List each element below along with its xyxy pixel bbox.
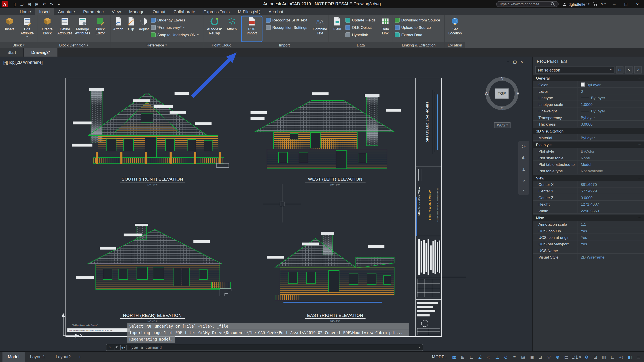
plot-icon[interactable]: ⊞: [33, 1, 40, 7]
toggle-pickadd-button[interactable]: ⊞: [616, 66, 624, 73]
property-row[interactable]: Height1271.4037: [533, 201, 644, 207]
property-row[interactable]: UCS icon OnYes: [533, 228, 644, 234]
collapse-icon[interactable]: −: [638, 176, 641, 180]
steering-wheel-icon[interactable]: ◎: [522, 144, 526, 149]
compass-east[interactable]: E: [516, 91, 519, 96]
transparency-icon[interactable]: ▨: [519, 353, 527, 361]
block-editor-button[interactable]: Block Editor: [92, 16, 108, 41]
property-row[interactable]: UCS Name: [533, 247, 644, 254]
viewport-close-icon[interactable]: ×: [520, 59, 523, 64]
signin-control[interactable]: dgladfelter ▾: [562, 1, 590, 7]
extract-data-button[interactable]: Extract Data: [395, 31, 444, 38]
property-row[interactable]: Center Z0.0000: [533, 194, 644, 201]
attach-button[interactable]: Attach: [112, 16, 124, 41]
panel-label-import[interactable]: Import: [240, 42, 328, 48]
redo-icon[interactable]: ↷: [48, 1, 55, 7]
panel-label-block[interactable]: Block▾: [0, 42, 37, 48]
workspace-gear-icon[interactable]: ⚙: [583, 353, 590, 361]
viewport-restore-icon[interactable]: ▢: [513, 59, 517, 64]
property-row[interactable]: Width2290.5563: [533, 207, 644, 214]
manage-attributes-button[interactable]: Manage Attributes: [74, 16, 90, 41]
quick-properties-icon[interactable]: ▥: [600, 353, 608, 361]
ribbon-tab[interactable]: M-Files (M:): [234, 8, 264, 15]
search-icon[interactable]: [550, 1, 556, 7]
compass-west[interactable]: W: [484, 91, 488, 96]
ribbon-tab[interactable]: Insert: [35, 8, 54, 15]
property-row[interactable]: Center Y577.4929: [533, 187, 644, 194]
define-attributes-button[interactable]: Define Attributes: [56, 16, 73, 41]
insert-button[interactable]: Insert: [2, 16, 16, 41]
property-row[interactable]: Plot styleByColor: [533, 148, 644, 154]
property-row[interactable]: Linetype scale1.0000: [533, 101, 644, 107]
selection-filter-icon[interactable]: ▽: [545, 353, 553, 361]
quick-select-button[interactable]: ▽: [634, 66, 642, 73]
adjust-button[interactable]: Adjust: [138, 16, 150, 41]
polar-tracking-icon[interactable]: ∠: [476, 353, 484, 361]
section-header-misc[interactable]: Misc−: [533, 215, 644, 221]
maximize-button[interactable]: □: [620, 0, 632, 8]
new-layout-button[interactable]: +: [76, 355, 84, 359]
property-row[interactable]: UCS per viewportYes: [533, 240, 644, 247]
collapse-icon[interactable]: −: [638, 142, 641, 147]
lock-ui-icon[interactable]: □: [609, 353, 616, 361]
pdf-import-button[interactable]: PDF Import: [243, 16, 261, 41]
file-tab[interactable]: Start: [0, 48, 24, 57]
close-button[interactable]: ×: [632, 0, 643, 8]
property-row[interactable]: Plot style tableNone: [533, 154, 644, 161]
ribbon-tab[interactable]: Output: [148, 8, 170, 15]
snap-mode-icon[interactable]: ⊞: [459, 353, 467, 361]
data-link-button[interactable]: Data Link: [378, 16, 392, 41]
property-row[interactable]: ColorByLayer: [533, 81, 644, 88]
ribbon-tab[interactable]: Express Tools: [199, 8, 234, 15]
annotation-monitor-icon[interactable]: ⊡: [592, 353, 599, 361]
command-input[interactable]: [129, 345, 416, 350]
search-input[interactable]: [499, 2, 548, 6]
new-file-icon[interactable]: ▯: [11, 1, 18, 7]
grid-icon[interactable]: ▦: [450, 353, 458, 361]
ribbon-tab[interactable]: Collaborate: [170, 8, 199, 15]
customize-wrench-icon[interactable]: [114, 344, 118, 351]
edit-attribute-button[interactable]: Edit Attribute ▾: [19, 16, 35, 41]
select-objects-button[interactable]: ↖: [625, 66, 632, 73]
selection-cycling-icon[interactable]: ▣: [528, 353, 536, 361]
ortho-icon[interactable]: ∟: [468, 353, 476, 361]
isometric-drafting-icon[interactable]: ◇: [485, 353, 492, 361]
layout-tab[interactable]: Layout2: [50, 352, 76, 362]
graphics-performance-icon[interactable]: ◧: [626, 353, 634, 361]
property-row[interactable]: Thickness0.0000: [533, 121, 644, 127]
property-row[interactable]: Center X881.6970: [533, 181, 644, 187]
compass-south[interactable]: S: [500, 107, 503, 111]
download-from-source-button[interactable]: Download from Source: [395, 17, 444, 23]
osnap-tracking-icon[interactable]: ⊥: [493, 353, 501, 361]
file-tab[interactable]: Drawing3*: [24, 48, 58, 57]
set-location-button[interactable]: Set Location: [447, 16, 463, 41]
viewport-minimize-icon[interactable]: −: [507, 59, 510, 64]
dynamic-ucs-icon[interactable]: ⊿: [536, 353, 544, 361]
attach-point-cloud-button[interactable]: Attach: [225, 16, 238, 41]
ribbon-tab[interactable]: Parametric: [79, 8, 108, 15]
ribbon-tab[interactable]: Home: [16, 8, 35, 15]
orbit-icon[interactable]: ◔: [522, 178, 525, 183]
minimize-button[interactable]: −: [609, 0, 620, 8]
gizmo-icon[interactable]: ⊕: [554, 353, 562, 361]
property-row[interactable]: Layer0: [533, 88, 644, 94]
ribbon-tab[interactable]: Acrobat: [264, 8, 287, 15]
ribbon-tab[interactable]: Annotate: [54, 8, 79, 15]
property-row[interactable]: MaterialByLayer: [533, 134, 644, 141]
panel-label-data[interactable]: Data: [329, 42, 393, 48]
panel-label-linking[interactable]: Linking & Extraction: [393, 42, 444, 48]
app-store-cart-icon[interactable]: [592, 1, 598, 7]
wcs-menu[interactable]: WCS▾: [494, 122, 511, 128]
field-button[interactable]: Field: [331, 16, 344, 41]
help-menu[interactable]: ?▾: [601, 2, 606, 6]
recognition-settings-button[interactable]: Recognition Settings: [266, 24, 312, 31]
drawing-canvas[interactable]: SOUTH (FRONT) ELEVATION 1/4" = 1'-0" WES…: [0, 56, 532, 351]
property-row[interactable]: LineweightByLayer: [533, 107, 644, 114]
update-fields-button[interactable]: Update Fields: [346, 17, 378, 23]
object-snap-icon[interactable]: ⊙: [502, 353, 510, 361]
panel-label-point-cloud[interactable]: Point Cloud: [203, 42, 240, 48]
selection-dropdown[interactable]: No selection ▾: [535, 66, 614, 73]
clean-screen-icon[interactable]: ▭: [634, 353, 642, 361]
frames-dropdown[interactable]: *Frames vary*▾: [151, 24, 202, 31]
hyperlink-button[interactable]: Hyperlink: [346, 31, 378, 38]
